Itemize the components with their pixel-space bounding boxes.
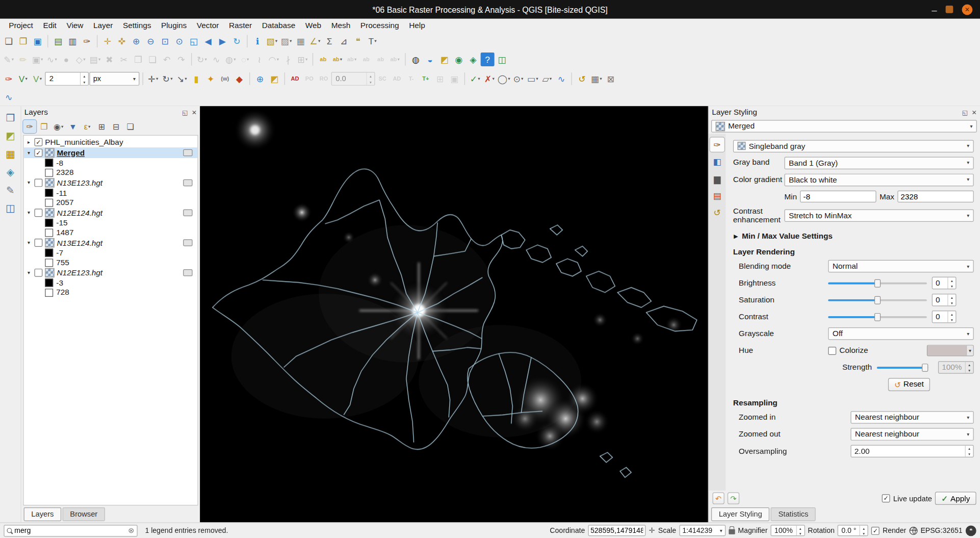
render-toggle-row[interactable]: Render	[871, 526, 906, 534]
live-update-checkbox[interactable]	[882, 494, 890, 502]
saturation-spin[interactable]: 0 ▴▾	[932, 294, 957, 306]
maximize-button[interactable]	[946, 6, 953, 13]
add-vector-layer-icon[interactable]: ◩	[4, 130, 17, 143]
reshape-features-icon[interactable]: ≀	[252, 53, 266, 66]
map-canvas[interactable]	[200, 106, 708, 522]
offset-point-icon[interactable]: ↘▾	[175, 72, 189, 86]
qgis2web-icon[interactable]: ◩	[437, 53, 451, 66]
new-project-icon[interactable]: ❏	[2, 34, 16, 48]
measure-icon[interactable]: ∠▾	[308, 34, 322, 48]
toggle-editing-icon[interactable]: ✏	[16, 53, 30, 66]
undock-panel-icon[interactable]: ◱	[182, 109, 188, 116]
pin-location-icon[interactable]: ◆	[233, 72, 246, 86]
styling-layer-selector[interactable]: Merged ▾	[711, 120, 977, 133]
strength-slider[interactable]	[877, 363, 929, 372]
spline-tool-icon[interactable]: ∿	[554, 72, 568, 86]
pan-map-icon[interactable]: ✛	[100, 34, 114, 48]
menu-processing[interactable]: Processing	[355, 20, 404, 31]
simplify-feature-icon[interactable]: ∿	[210, 53, 223, 66]
layer-visibility-checkbox[interactable]	[34, 138, 42, 146]
clear-search-icon[interactable]: ⊗	[128, 526, 134, 535]
render-checkbox[interactable]	[871, 526, 880, 534]
contrast-slider[interactable]	[828, 312, 927, 321]
select-by-form-icon[interactable]: ▦	[294, 34, 307, 48]
add-part-icon[interactable]: ◌▾	[238, 53, 252, 66]
open-project-icon[interactable]: ❐	[16, 34, 30, 48]
brightness-spin[interactable]: 0 ▴▾	[932, 277, 957, 290]
layer-indicator-icon[interactable]	[183, 209, 192, 216]
brightness-slider[interactable]	[828, 278, 927, 288]
change-label-icon[interactable]: ab▾	[388, 53, 402, 66]
paste-features-icon[interactable]: ❏	[146, 53, 160, 66]
add-delimited-text-icon[interactable]: ✎	[4, 184, 17, 197]
remove-layer-icon[interactable]: ❏	[124, 120, 137, 133]
add-point-feature-icon[interactable]: ●	[59, 53, 73, 66]
min-input[interactable]	[800, 191, 876, 202]
layer-row[interactable]: ▾Merged	[24, 147, 198, 158]
circle-tool-icon[interactable]: ◯▾	[497, 72, 510, 86]
menu-plugins[interactable]: Plugins	[156, 20, 192, 31]
show-layout-manager-icon[interactable]: ▥	[66, 34, 80, 48]
transparency-tab-icon[interactable]: ◧	[710, 155, 724, 169]
rotate-point-icon[interactable]: ↻▾	[161, 72, 174, 86]
spin-arrows-icon[interactable]: ▴▾	[860, 525, 868, 535]
layer-indicator-icon[interactable]	[183, 239, 192, 246]
rectangle-tool-icon[interactable]: ▭▾	[526, 72, 539, 86]
layer-visibility-checkbox[interactable]	[34, 269, 42, 277]
move-label-icon[interactable]: ab	[374, 53, 388, 66]
menu-vector[interactable]: Vector	[192, 20, 224, 31]
split-features-icon[interactable]: ∤	[281, 53, 295, 66]
contrast-enhancement-combo[interactable]: Stretch to MinMax ▾	[784, 210, 973, 222]
stream-digitize-icon[interactable]: V▾	[31, 72, 44, 86]
colorize-checkbox[interactable]	[828, 347, 836, 355]
layer-visibility-checkbox[interactable]	[34, 178, 42, 187]
menu-web[interactable]: Web	[300, 20, 326, 31]
spin-arrows-icon[interactable]: ▴▾	[366, 72, 374, 85]
spin-arrows-icon[interactable]: ▴▾	[947, 312, 956, 323]
pan-to-selection-icon[interactable]: ✜	[115, 34, 129, 48]
new-print-layout-icon[interactable]: ▤	[51, 34, 65, 48]
style-manager-icon[interactable]: ✑	[80, 34, 94, 48]
po-badge[interactable]: PO	[302, 72, 316, 86]
crs-globe-icon[interactable]	[909, 526, 917, 534]
help-contents-icon[interactable]: ?	[481, 53, 495, 66]
menu-raster[interactable]: Raster	[224, 20, 257, 31]
add-raster-layer-icon[interactable]: ▦	[4, 147, 17, 161]
ad-construction-badge[interactable]: AD	[390, 72, 404, 86]
oversampling-spin[interactable]: 2.00 ▴▾	[850, 445, 973, 458]
tab-statistics[interactable]: Statistics	[771, 507, 816, 521]
undock-panel-icon[interactable]: ◱	[962, 109, 968, 116]
expander-icon[interactable]: ▾	[25, 180, 32, 186]
modify-attributes-icon[interactable]: ▤▾	[88, 53, 102, 66]
collapse-all-icon[interactable]: ⊟	[110, 120, 123, 133]
contrast-spin[interactable]: 0 ▴▾	[932, 311, 957, 323]
unit-combo[interactable]: px▾	[89, 72, 139, 86]
offset-curve-icon[interactable]: ◠▾	[267, 53, 280, 66]
layer-diagram-icon[interactable]: ab▾	[330, 53, 344, 66]
grid-tool-icon[interactable]: ⊞	[433, 72, 447, 86]
metasearch-icon[interactable]: ◒	[423, 53, 437, 66]
layer-indicator-icon[interactable]	[183, 149, 192, 156]
mesh-calculator-icon[interactable]: ▦▾	[589, 72, 603, 86]
grayscale-combo[interactable]: Off ▾	[828, 327, 974, 340]
crs-status[interactable]: EPSG:32651	[920, 527, 962, 534]
check-geometries-icon[interactable]: ✓▾	[468, 72, 482, 86]
globe-plugin-icon[interactable]: ◉	[452, 53, 466, 66]
layer-labeling-icon[interactable]: ab	[316, 53, 330, 66]
layer-row[interactable]: ▾N13E123.hgt	[24, 177, 198, 188]
zoom-feature-icon[interactable]: ⊕	[253, 72, 267, 86]
layer-row[interactable]: ▾N12E124.hgt	[24, 208, 198, 218]
digitize-with-segment-icon[interactable]: ∿▾	[45, 53, 59, 66]
save-project-icon[interactable]: ▣	[31, 34, 44, 48]
redo-edit-icon[interactable]: ↷	[174, 53, 188, 66]
advanced-digitizing-badge[interactable]: AD	[288, 72, 302, 86]
pin-labels-icon[interactable]: ab▾	[345, 53, 359, 66]
delete-selected-icon[interactable]: ✖	[102, 53, 116, 66]
ellipse-tool-icon[interactable]: ⊙▾	[511, 72, 525, 86]
menu-settings[interactable]: Settings	[118, 20, 156, 31]
zoom-to-layer-icon[interactable]: ◱	[187, 34, 201, 48]
gray-band-combo[interactable]: Band 1 (Gray) ▾	[784, 157, 973, 169]
highlight-labels-icon[interactable]: ab	[359, 53, 373, 66]
measure-line-icon[interactable]: ⊿	[337, 34, 351, 48]
symbology-tab-icon[interactable]: ✑	[710, 138, 724, 152]
